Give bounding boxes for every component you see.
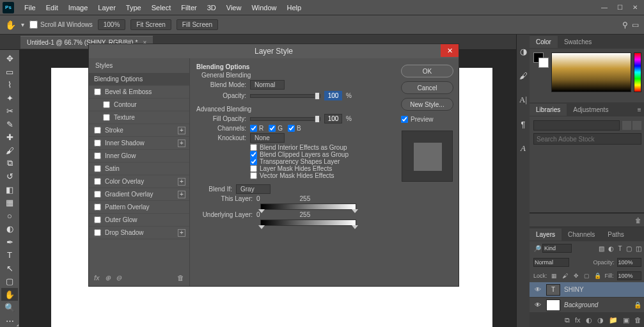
crop-tool[interactable]: ✂: [1, 105, 18, 117]
menu-type[interactable]: Type: [121, 1, 146, 14]
color-picker[interactable]: [551, 52, 631, 92]
layer-row-shiny[interactable]: 👁 T SHINY: [530, 282, 644, 298]
filter-pixel-icon[interactable]: ▧: [599, 245, 604, 252]
fx-down-icon[interactable]: ⊖: [116, 274, 122, 282]
menu-window[interactable]: Window: [246, 1, 281, 14]
fx-up-icon[interactable]: ⊕: [105, 274, 111, 282]
menu-file[interactable]: File: [19, 1, 41, 14]
layer-row-background[interactable]: 👁 Background 🔒: [530, 298, 644, 313]
dodge-tool[interactable]: ◐: [1, 223, 18, 235]
shape-tool[interactable]: ▢: [1, 275, 18, 287]
preview-check[interactable]: Preview: [401, 116, 453, 123]
paths-tab[interactable]: Paths: [601, 228, 631, 241]
style-item-outer-glow[interactable]: Outer Glow: [89, 214, 189, 227]
new-layer-icon[interactable]: ▣: [623, 316, 629, 324]
quick-select-tool[interactable]: ✦: [1, 92, 18, 104]
layer-mask-hides-check[interactable]: Layer Mask Hides Effects: [250, 165, 389, 172]
blur-tool[interactable]: ○: [1, 210, 18, 222]
transparency-shapes-check[interactable]: Transparency Shapes Layer: [250, 158, 389, 165]
ok-button[interactable]: OK: [401, 65, 453, 77]
layer-kind-filter[interactable]: [542, 244, 572, 253]
underlying-slider[interactable]: [260, 219, 356, 226]
history-icon[interactable]: ◑: [517, 45, 530, 58]
style-item-texture[interactable]: Texture: [89, 111, 189, 124]
fill-screen-button[interactable]: Fill Screen: [177, 19, 218, 30]
brush-icon[interactable]: 🖌: [517, 69, 530, 82]
pen-tool[interactable]: ✒: [1, 236, 18, 248]
tool-preset-dropdown[interactable]: ▾: [21, 21, 24, 28]
style-item-pattern-overlay[interactable]: Pattern Overlay: [89, 201, 189, 214]
layer-blend-mode[interactable]: [533, 258, 569, 267]
menu-select[interactable]: Select: [146, 1, 177, 14]
visibility-icon[interactable]: 👁: [533, 286, 542, 293]
maximize-button[interactable]: ☐: [613, 3, 626, 13]
new-style-button[interactable]: New Style...: [401, 98, 453, 111]
style-item-blending-options[interactable]: Blending Options: [89, 73, 189, 86]
opacity-value[interactable]: [324, 91, 342, 100]
cancel-button[interactable]: Cancel: [401, 81, 453, 94]
glyphs-icon[interactable]: A: [517, 142, 530, 155]
filter-shape-icon[interactable]: ▢: [626, 245, 632, 252]
trash-icon[interactable]: 🗑: [635, 217, 641, 224]
menu-edit[interactable]: Edit: [41, 1, 63, 14]
minimize-button[interactable]: —: [598, 3, 611, 13]
menu-filter[interactable]: Filter: [176, 1, 201, 14]
style-item-contour[interactable]: Contour: [89, 99, 189, 111]
lasso-tool[interactable]: ⌇: [1, 79, 18, 91]
paragraph-icon[interactable]: ¶: [517, 118, 530, 131]
channel-g[interactable]: G: [269, 125, 283, 132]
zoom-field[interactable]: 100%: [98, 19, 126, 30]
stamp-tool[interactable]: ⧉: [1, 157, 18, 170]
delete-layer-icon[interactable]: 🗑: [634, 316, 641, 324]
visibility-icon[interactable]: 👁: [533, 301, 542, 308]
link-icon[interactable]: ⧉: [565, 316, 570, 324]
scroll-all-check[interactable]: Scroll All Windows: [29, 20, 93, 29]
hue-slider[interactable]: [634, 52, 641, 92]
add-effect-icon[interactable]: +: [178, 229, 185, 237]
path-tool[interactable]: ↖: [1, 262, 18, 275]
lock-position-icon[interactable]: ✥: [572, 273, 580, 279]
fx-icon[interactable]: fx: [575, 316, 581, 324]
add-effect-icon[interactable]: +: [178, 178, 185, 186]
fill-opacity-value[interactable]: [324, 114, 342, 124]
eyedropper-tool[interactable]: ✎: [1, 118, 18, 130]
fit-screen-button[interactable]: Fit Screen: [130, 19, 171, 30]
move-tool[interactable]: ✥: [1, 52, 18, 65]
dialog-titlebar[interactable]: Layer Style ✕: [89, 44, 459, 58]
menu-view[interactable]: View: [221, 1, 247, 14]
dialog-close-button[interactable]: ✕: [441, 44, 459, 57]
layers-tab[interactable]: Layers: [530, 228, 562, 241]
marquee-tool[interactable]: ▭: [1, 65, 18, 77]
color-tab[interactable]: Color: [530, 36, 558, 48]
style-item-bevel-emboss[interactable]: Bevel & Emboss: [89, 86, 189, 99]
style-item-stroke[interactable]: Stroke+: [89, 124, 189, 137]
menu-image[interactable]: Image: [63, 1, 93, 14]
channel-b[interactable]: B: [288, 125, 301, 132]
lock-paint-icon[interactable]: 🖌: [562, 273, 569, 279]
library-view-grid[interactable]: [622, 121, 641, 130]
lock-all-icon[interactable]: 🔒: [594, 273, 602, 279]
fgbg-swatches[interactable]: [533, 52, 549, 68]
zoom-tool[interactable]: 🔍: [1, 301, 18, 314]
style-item-color-overlay[interactable]: Color Overlay+: [89, 175, 189, 188]
blend-interior-check[interactable]: Blend Interior Effects as Group: [250, 144, 389, 151]
style-item-satin[interactable]: Satin: [89, 163, 189, 175]
channel-r[interactable]: R: [250, 125, 263, 132]
libraries-tab[interactable]: Libraries: [530, 104, 567, 116]
knockout-select[interactable]: None: [250, 133, 285, 143]
library-search[interactable]: [533, 133, 641, 145]
layer-name[interactable]: SHINY: [564, 286, 584, 293]
filter-type-icon[interactable]: T: [618, 245, 622, 252]
blend-mode-select[interactable]: Normal: [250, 80, 285, 90]
menu-layer[interactable]: Layer: [93, 1, 121, 14]
group-icon[interactable]: 📁: [609, 316, 618, 324]
library-select[interactable]: [533, 120, 620, 131]
history-brush-tool[interactable]: ↺: [1, 170, 18, 182]
adjustment-icon[interactable]: ◑: [597, 316, 604, 324]
hand-tool[interactable]: ✋: [1, 288, 18, 300]
blendif-select[interactable]: Gray: [236, 184, 271, 194]
eraser-tool[interactable]: ◧: [1, 184, 18, 196]
blend-clipped-check[interactable]: Blend Clipped Layers as Group: [250, 151, 389, 158]
style-item-inner-glow[interactable]: Inner Glow: [89, 150, 189, 163]
mask-icon[interactable]: ◐: [586, 316, 592, 324]
